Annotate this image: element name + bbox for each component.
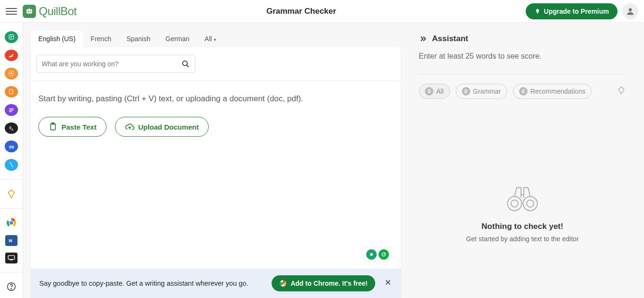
assistant-panel: Assistant Enter at least 25 words to see… [401,23,636,298]
goal-search[interactable] [36,55,195,73]
chip-all[interactable]: 0 All [419,84,450,99]
logo-text: QuillBot [39,5,77,18]
svg-point-27 [523,196,538,210]
svg-point-28 [511,200,518,207]
nav-paraphraser[interactable] [5,31,18,43]
logo[interactable]: QuillBot [23,5,77,18]
grammarly-badge-icon[interactable] [379,249,389,260]
svg-text:A: A [11,128,14,131]
editor-extensions-tray [363,247,392,262]
svg-point-23 [370,253,373,256]
tab-english-us[interactable]: English (US) [31,30,83,47]
empty-title: Nothing to check yet! [419,222,626,231]
nav-cowriter[interactable] [5,86,18,98]
svg-point-26 [508,196,522,210]
nav-word-ext[interactable]: W [5,235,18,246]
diamond-icon [6,189,17,199]
nav-flow[interactable] [5,159,18,171]
chrome-banner: Say goodbye to copy-paste. Get a writing… [31,269,401,298]
editor-textarea[interactable]: Start by writing, pasting (Ctrl + V) tex… [31,81,401,269]
quillbot-logo-icon [23,5,36,18]
svg-rect-5 [9,35,13,39]
svg-point-1 [27,10,29,12]
editor-placeholder: Start by writing, pasting (Ctrl + V) tex… [38,94,393,104]
nav-citation[interactable]: 99 [5,140,18,152]
chip-grammar[interactable]: 0 Grammar [456,84,507,99]
banner-text: Say goodbye to copy-paste. Get a writing… [39,280,263,287]
svg-text:99: 99 [9,144,14,149]
upgrade-premium-button[interactable]: Upgrade to Premium [526,3,618,19]
assistant-title: Assistant [432,34,468,44]
banner-close-button[interactable] [384,278,392,289]
diamond-icon [534,8,541,15]
svg-rect-16 [8,256,14,260]
nav-plagiarism[interactable] [5,68,18,79]
nav-grammar[interactable] [5,50,18,61]
nav-macos-ext[interactable] [5,253,18,263]
clipboard-icon [48,122,58,131]
user-avatar[interactable] [622,3,638,19]
chevrons-right-icon[interactable] [419,35,427,43]
quillbot-badge-icon[interactable] [366,249,377,260]
empty-subtitle: Get started by adding text to the editor [419,235,626,243]
add-to-chrome-button[interactable]: Add to Chrome. It's free! [272,275,375,291]
assistant-hint: Enter at least 25 words to see score. [419,52,626,61]
svg-point-14 [9,220,14,225]
nav-premium[interactable] [5,188,18,200]
svg-rect-8 [9,89,13,94]
svg-point-19 [11,289,11,289]
tab-spanish[interactable]: Spanish [119,30,158,47]
upload-document-button[interactable]: Upload Document [115,117,209,137]
assistant-empty-state: Nothing to check yet! Get started by add… [419,184,626,243]
tab-french[interactable]: French [83,30,119,47]
diamond-icon [617,86,626,95]
binoculars-icon [504,184,540,212]
nav-help[interactable] [5,280,18,292]
help-icon [6,281,17,292]
svg-point-7 [10,72,12,74]
paste-text-button[interactable]: Paste Text [38,117,106,137]
svg-rect-3 [29,8,30,9]
svg-rect-0 [26,9,32,13]
person-icon [626,7,635,16]
close-icon [384,278,392,287]
nav-chrome-ext[interactable] [5,217,18,228]
search-icon [181,59,190,69]
menu-toggle[interactable] [6,6,17,17]
tab-all[interactable]: All [197,30,224,47]
nav-translator[interactable]: 文A [5,123,18,134]
svg-text:W: W [9,239,12,243]
page-title: Grammar Checker [77,7,526,16]
nav-summarizer[interactable] [5,104,18,116]
premium-chip-icon[interactable] [617,86,626,97]
sidebar-nav: 文A 99 W [0,23,23,298]
svg-point-2 [30,10,31,12]
svg-point-4 [629,8,632,11]
svg-rect-17 [10,260,12,260]
tab-german[interactable]: German [158,30,197,47]
svg-point-20 [183,61,187,66]
svg-point-29 [527,200,534,207]
language-tabs: English (US) French Spanish German All [31,30,401,47]
chrome-icon [279,280,287,287]
chip-recommendations[interactable]: 0 Recommendations [513,84,592,99]
cloud-upload-icon [125,122,134,131]
goal-search-input[interactable] [42,60,181,68]
